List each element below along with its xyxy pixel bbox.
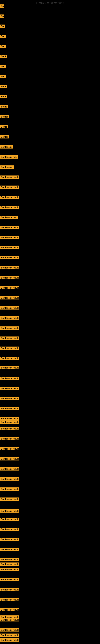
bottleneck-badge: Bottleneck result xyxy=(0,276,19,279)
bottleneck-badge: Bott xyxy=(0,75,6,78)
badge-item: Bott xyxy=(0,65,6,69)
bottleneck-badge: Bottleneck result xyxy=(0,296,19,300)
badge-item: Bottleneck result xyxy=(0,296,19,300)
bottleneck-badge: Bottleneck result xyxy=(0,634,19,637)
bottleneck-badge: Bottleneck result xyxy=(0,236,19,239)
bottleneck-badge: Bottleneck result xyxy=(0,562,19,566)
bottleneck-badge: Bottleneck result xyxy=(0,498,19,501)
badge-item: Bottleneck result xyxy=(0,558,19,562)
bottleneck-badge: Bottleneck result xyxy=(0,518,19,521)
bottleneck-badge: Bottleneck result xyxy=(0,628,19,632)
badge-item: Bottl xyxy=(0,85,7,89)
badge-item: Bottleneck result xyxy=(0,427,19,431)
badge-item: Bottleneck result xyxy=(0,562,19,566)
bottleneck-badge: Bottleneck result xyxy=(0,417,19,420)
badge-item: Bottleneck result xyxy=(0,306,19,310)
bottleneck-badge: Bottleneck result xyxy=(0,226,19,229)
bottleneck-badge: Bottl xyxy=(0,85,7,88)
badge-item: Bottleneck result xyxy=(0,326,19,330)
badge-item: Bottleneck result xyxy=(0,498,19,502)
bottleneck-badge: Bottleneck result xyxy=(0,407,19,410)
badge-item: Bottleneck result xyxy=(0,356,19,361)
badge-item: Bottleneck result xyxy=(0,346,19,350)
badge-item: Bottleneck result xyxy=(0,528,19,532)
bottleneck-badge: Bottleneck result xyxy=(0,488,19,491)
badge-item: Bottleneck result xyxy=(0,578,19,582)
bottleneck-badge: Bottle xyxy=(0,105,8,108)
bottleneck-badge: Bottleneck result xyxy=(0,346,19,350)
badge-item: Bottleneck result xyxy=(0,608,19,612)
badge-item: Bottleneck result xyxy=(0,176,19,180)
badge-item: Bottleneck result xyxy=(0,387,19,391)
badge-item: Bottleneck xyxy=(0,145,13,149)
bottleneck-badge: Bottlen xyxy=(0,135,9,138)
bottleneck-badge: Bottleneck result xyxy=(0,206,19,209)
bottleneck-badge: Bottleneck result xyxy=(0,420,19,424)
bottleneck-badge: Bottleneck result xyxy=(0,186,19,189)
bottleneck-badge: Bottleneck result xyxy=(0,196,19,199)
badge-item: Bo xyxy=(0,14,4,18)
bottleneck-badge: Bottleneck result xyxy=(0,568,19,571)
bottleneck-badge: Bottleneck result xyxy=(0,598,19,601)
bottleneck-badge: Bottleneck result xyxy=(0,578,19,581)
bottleneck-badge: Bottleneck result xyxy=(0,266,19,269)
badge-item: Bottleneck result xyxy=(0,226,19,230)
bottleneck-badge: Bo xyxy=(0,14,4,18)
badge-item: Bottle xyxy=(0,105,8,109)
bottleneck-badge: Bottleneck r xyxy=(0,166,14,169)
badge-item: Bottleneck result xyxy=(0,457,19,461)
bottleneck-badge: Bottleneck result xyxy=(0,427,19,430)
badge-item: Bottleneck result xyxy=(0,366,19,370)
badge-item: Bottleneck result xyxy=(0,276,19,280)
bottleneck-badge: Bottleneck resu xyxy=(0,216,18,219)
bottleneck-badge: Bott xyxy=(0,65,6,68)
badge-item: Bottleneck result xyxy=(0,548,19,552)
badge-item: Bottleneck r xyxy=(0,166,14,170)
bottleneck-badge: Bot xyxy=(0,24,5,28)
site-title: TheBottlenecker.com xyxy=(36,1,64,4)
bottleneck-badge: Bottle xyxy=(0,125,8,128)
bottleneck-badge: Bottleneck result xyxy=(0,366,19,369)
bottleneck-badge: Bottleneck result xyxy=(0,306,19,310)
bottleneck-badge: Bottleneck result xyxy=(0,509,19,512)
bottleneck-badge: Bott xyxy=(0,45,6,48)
badge-item: Bottleneck result xyxy=(0,206,19,210)
badge-item: Bottleneck result xyxy=(0,488,19,492)
badge-item: Bottleneck result xyxy=(0,518,19,522)
badge-item: Bottleneck result xyxy=(0,196,19,200)
badge-item: Bottleneck result xyxy=(0,286,19,290)
badge-item: Bottleneck result xyxy=(0,598,19,602)
bottleneck-badge: Bottleneck result xyxy=(0,608,19,612)
bottleneck-badge: Bottleneck result xyxy=(0,467,19,470)
badge-item: Bot xyxy=(0,24,5,28)
badge-item: Bott xyxy=(0,45,6,49)
badge-item: Bottlen xyxy=(0,135,9,139)
bottleneck-badge: Bottleneck result xyxy=(0,437,19,440)
badge-item: Bottleneck result xyxy=(0,568,19,572)
badge-item: Bottleneck result xyxy=(0,397,19,401)
bottleneck-badge: Bottleneck result xyxy=(0,588,19,591)
badge-item: Bottleneck resu xyxy=(0,216,18,220)
bottleneck-badge: Bottleneck result xyxy=(0,246,19,249)
bottleneck-badge: Bottleneck result xyxy=(0,558,19,561)
badge-item: Bottleneck result xyxy=(0,538,19,542)
badge-item: Bottleneck result xyxy=(0,618,19,622)
bottleneck-badge: Bottleneck result xyxy=(0,638,19,642)
bottleneck-badge: Bottleneck result xyxy=(0,548,19,551)
badge-item: Bottleneck result xyxy=(0,509,19,514)
bottleneck-badge: Bottleneck result xyxy=(0,538,19,541)
bottleneck-badge: Bottleneck result xyxy=(0,397,19,400)
badge-item: Bottleneck result xyxy=(0,437,19,441)
bottleneck-badge: Bottl xyxy=(0,95,7,98)
badge-item: Bottleneck result xyxy=(0,638,19,642)
bottleneck-badge: Bottleneck result xyxy=(0,336,19,340)
bottleneck-badge: Bottleneck result xyxy=(0,316,19,320)
bottleneck-badge: Bottleneck result xyxy=(0,457,19,460)
badge-item: Bottleneck result xyxy=(0,628,19,632)
badge-item: Bottleneck result xyxy=(0,447,19,451)
badge-item: Bottleneck result xyxy=(0,316,19,320)
badge-item: Bottleneck result xyxy=(0,634,19,638)
bottleneck-badge: Bottleneck result xyxy=(0,176,19,179)
bottleneck-badge: Bottleneck result xyxy=(0,477,19,480)
bottleneck-badge: Bottleneck result xyxy=(0,528,19,531)
